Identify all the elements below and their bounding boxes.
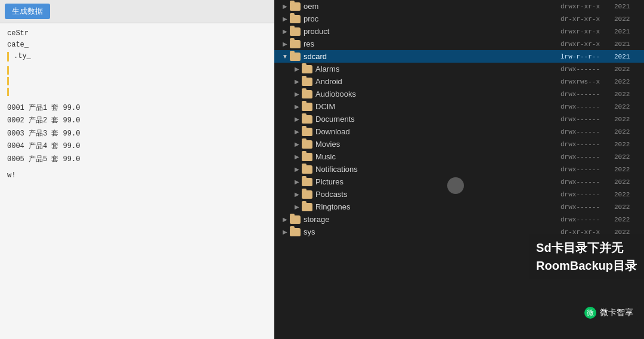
perm-text: drwx------ [555, 116, 614, 123]
date-text: 2022 [614, 91, 644, 98]
chevron-icon: ▶ [292, 153, 302, 160]
file-name: Movies [315, 140, 555, 149]
tree-row[interactable]: ▼sdcardlrw-r--r--2021 [274, 50, 644, 63]
data-row-3: 0003 产品3 套 99.0 [7, 128, 267, 141]
date-text: 2022 [614, 16, 644, 23]
perm-text: drwx------ [555, 66, 614, 73]
perm-text: lrw-r--r-- [555, 53, 614, 60]
data-row-1: 0001 产品1 套 99.0 [7, 102, 267, 115]
folder-icon [302, 128, 312, 136]
tree-row[interactable]: ▶Androiddrwxrws--x2022 [274, 75, 644, 88]
chevron-icon: ▶ [292, 91, 302, 97]
tree-row[interactable]: ▶resdrwxr-xr-x2021 [274, 38, 644, 50]
data-row-2: 0002 产品2 套 99.0 [7, 115, 267, 128]
tree-row[interactable]: ▶Musicdrwx------2022 [274, 150, 644, 163]
code-area: ceStr cate_ .ty_ 0001 产品1 套 99.0 0002 产品… [0, 23, 274, 339]
left-panel: 生成数据 ceStr cate_ .ty_ 0001 产品1 套 99.0 00… [0, 0, 274, 339]
perm-text: drwx------ [555, 204, 614, 211]
file-name: Podcasts [315, 190, 555, 199]
file-name: sys [304, 227, 555, 236]
perm-text: drwx------ [555, 191, 614, 198]
tree-row[interactable]: ▶Alarmsdrwx------2022 [274, 63, 644, 75]
date-text: 2022 [614, 78, 644, 85]
folder-icon [302, 178, 312, 186]
chevron-icon: ▶ [292, 141, 302, 147]
date-text: 2021 [614, 3, 644, 10]
data-rows: 0001 产品1 套 99.0 0002 产品2 套 99.0 0003 产品3… [7, 102, 267, 167]
chevron-icon: ▶ [280, 3, 290, 10]
perm-text: drwx------ [555, 128, 614, 135]
folder-icon [290, 15, 301, 23]
date-text: 2022 [614, 66, 644, 73]
tree-row[interactable]: ▶procdr-xr-xr-x2022 [274, 13, 644, 25]
folder-icon [290, 2, 301, 11]
tree-row[interactable]: ▶Ringtonesdrwx------2022 [274, 201, 644, 213]
folder-icon [290, 27, 301, 36]
file-name: proc [304, 14, 555, 23]
folder-icon [302, 165, 312, 174]
chevron-icon: ▶ [292, 103, 302, 110]
date-text: 2021 [614, 28, 644, 35]
file-name: sdcard [304, 52, 555, 61]
tree-row[interactable]: ▶Picturesdrwx------2022 [274, 175, 644, 188]
chevron-icon: ▶ [280, 229, 290, 235]
date-text: 2022 [614, 191, 644, 198]
perm-text: drwxr-xr-x [555, 28, 614, 35]
perm-text: drwx------ [555, 103, 614, 110]
file-name: Alarms [315, 64, 555, 73]
file-name: Download [315, 127, 555, 136]
folder-icon [302, 78, 312, 86]
file-name: oem [304, 2, 555, 11]
file-name: res [304, 39, 555, 48]
file-tree[interactable]: ▶oemdrwxr-xr-x2021▶procdr-xr-xr-x2022▶pr… [274, 0, 644, 339]
tree-row[interactable]: ▶storagedrwx------2022 [274, 213, 644, 226]
chevron-icon: ▶ [292, 166, 302, 172]
perm-text: drwxr-xr-x [555, 3, 614, 10]
chevron-icon: ▶ [292, 204, 302, 210]
data-row-5: 0005 产品5 套 99.0 [7, 153, 267, 167]
code-line-3: .ty_ [14, 51, 31, 62]
overlay-line-2: RoomBackup目录 [536, 257, 637, 275]
perm-text: drwx------ [555, 178, 614, 186]
perm-text: drwx------ [555, 91, 614, 98]
tree-row[interactable]: ▶oemdrwxr-xr-x2021 [274, 0, 644, 13]
date-text: 2022 [614, 128, 644, 135]
date-text: 2021 [614, 53, 644, 60]
chevron-icon: ▶ [292, 191, 302, 198]
tree-row[interactable]: ▶DCIMdrwx------2022 [274, 100, 644, 113]
gen-data-button[interactable]: 生成数据 [5, 4, 50, 19]
chevron-icon: ▼ [280, 53, 290, 60]
folder-icon [290, 228, 301, 236]
chevron-icon: ▶ [292, 78, 302, 85]
chevron-icon: ▶ [280, 28, 290, 35]
tree-row[interactable]: ▶Podcastsdrwx------2022 [274, 188, 644, 201]
folder-icon [290, 53, 301, 61]
tree-row[interactable]: ▶Downloaddrwx------2022 [274, 125, 644, 138]
overlay-annotation: Sd卡目录下并无 RoomBackup目录 [529, 234, 644, 279]
tree-row[interactable]: ▶Moviesdrwx------2022 [274, 138, 644, 150]
file-name: Documents [315, 115, 555, 124]
date-text: 2022 [614, 116, 644, 123]
file-name: Notifications [315, 165, 555, 174]
chevron-icon: ▶ [292, 128, 302, 135]
tree-row[interactable]: ▶productdrwxr-xr-x2021 [274, 25, 644, 38]
file-name: storage [304, 215, 555, 224]
tree-row[interactable]: ▶Notificationsdrwx------2022 [274, 163, 644, 175]
code-line-2: cate_ [7, 39, 267, 51]
date-text: 2022 [614, 166, 644, 173]
chevron-icon: ▶ [292, 116, 302, 122]
perm-text: drwxrws--x [555, 78, 614, 85]
tree-row[interactable]: ▶Documentsdrwx------2022 [274, 113, 644, 125]
folder-icon [302, 140, 312, 149]
perm-text: dr-xr-xr-x [555, 16, 614, 23]
top-bar: 生成数据 [0, 0, 274, 23]
prompt-line: w! [7, 171, 267, 180]
folder-icon [302, 90, 312, 98]
folder-icon [302, 153, 312, 161]
tree-row[interactable]: ▶Audiobooksdrwx------2022 [274, 88, 644, 100]
folder-icon [290, 215, 301, 224]
file-name: Audiobooks [315, 90, 555, 98]
folder-icon [302, 65, 312, 73]
chevron-icon: ▶ [292, 66, 302, 72]
folder-icon [302, 203, 312, 211]
